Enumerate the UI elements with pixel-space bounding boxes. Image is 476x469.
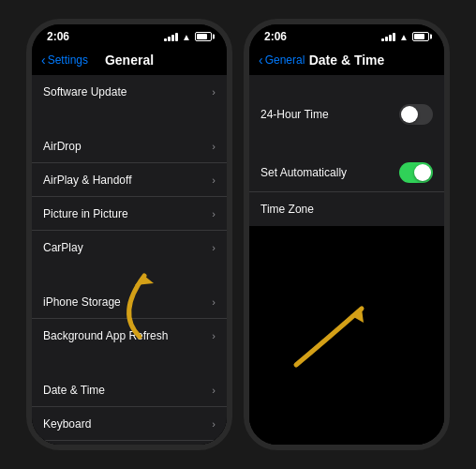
item-label: Time Zone: [260, 203, 314, 216]
chevron-right-icon: ›: [212, 330, 216, 341]
section-gap: [32, 265, 227, 285]
chevron-right-icon: ›: [212, 418, 216, 430]
section-gap: [249, 133, 444, 154]
list-item[interactable]: Software Update ›: [32, 75, 227, 109]
list-item[interactable]: AirDrop ›: [32, 129, 227, 163]
item-label: Software Update: [43, 85, 126, 98]
list-item-timezone[interactable]: Time Zone: [249, 192, 444, 226]
item-label: Date & Time: [43, 384, 105, 397]
chevron-right-icon: ›: [212, 174, 216, 186]
section-gap: [32, 109, 227, 129]
chevron-left-icon: ‹: [259, 53, 263, 67]
status-icons-1: ▲: [164, 32, 212, 42]
chevron-right-icon: ›: [212, 385, 216, 396]
item-label: AirPlay & Handoff: [43, 174, 132, 187]
list-item[interactable]: AirPlay & Handoff ›: [32, 163, 227, 197]
back-label-1: Settings: [48, 53, 88, 67]
section-2: AirDrop › AirPlay & Handoff › Picture in…: [32, 129, 227, 265]
back-label-2: General: [265, 53, 305, 67]
list-item-set-automatically[interactable]: Set Automatically: [249, 154, 444, 192]
item-label: Set Automatically: [260, 166, 347, 179]
toggle-24hour[interactable]: [399, 104, 433, 125]
section-gap: [249, 75, 444, 96]
list-item-date-time[interactable]: Date & Time ›: [32, 373, 227, 407]
chevron-right-icon: ›: [212, 208, 216, 219]
list-item-background-app-refresh[interactable]: Background App Refresh ›: [32, 319, 227, 353]
list-item[interactable]: Keyboard ›: [32, 407, 227, 441]
nav-title-2: Date & Time: [309, 53, 385, 68]
section-gap: [32, 353, 227, 373]
item-label: 24-Hour Time: [260, 108, 329, 121]
phone-2: 2:06 ▲ ‹ General Date & Time: [244, 19, 450, 450]
phone-1: 2:06 ▲ ‹ Settings General: [26, 19, 232, 450]
chevron-right-icon: ›: [212, 86, 216, 98]
back-button-1[interactable]: ‹ Settings: [41, 53, 88, 67]
settings-list-1: Software Update › AirDrop › AirPlay & Ha…: [32, 75, 227, 445]
signal-icon: [164, 32, 178, 41]
item-label: Picture in Picture: [43, 207, 128, 220]
toggle-set-automatically[interactable]: [399, 162, 433, 183]
list-item-24hour[interactable]: 24-Hour Time: [249, 96, 444, 133]
time-2: 2:06: [264, 30, 287, 43]
section-4: Date & Time › Keyboard › Fonts › Languag…: [32, 373, 227, 445]
nav-bar-2: ‹ General Date & Time: [249, 45, 444, 75]
phone1-screen: 2:06 ▲ ‹ Settings General: [32, 24, 227, 445]
list-item[interactable]: CarPlay ›: [32, 231, 227, 265]
item-label: CarPlay: [43, 241, 83, 254]
nav-title-1: General: [105, 53, 154, 68]
toggle-thumb: [401, 106, 418, 123]
chevron-right-icon: ›: [212, 296, 216, 308]
list-item[interactable]: iPhone Storage ›: [32, 285, 227, 319]
list-item-fonts[interactable]: Fonts ›: [32, 441, 227, 445]
settings-list-2: 24-Hour Time Set Automatically Time Zone: [249, 75, 444, 445]
list-item[interactable]: Picture in Picture ›: [32, 197, 227, 231]
battery-icon: [195, 32, 212, 41]
item-label: Background App Refresh: [43, 329, 168, 342]
section-3: iPhone Storage › Background App Refresh …: [32, 285, 227, 353]
battery-icon: [412, 32, 429, 41]
status-icons-2: ▲: [381, 32, 429, 42]
status-bar-1: 2:06 ▲: [32, 24, 227, 45]
chevron-right-icon: ›: [212, 242, 216, 253]
time-1: 2:06: [47, 30, 69, 43]
wifi-icon: ▲: [182, 32, 191, 42]
chevron-left-icon: ‹: [41, 53, 46, 67]
wifi-icon: ▲: [399, 32, 409, 42]
back-button-2[interactable]: ‹ General: [259, 53, 305, 67]
item-label: AirDrop: [43, 140, 82, 153]
section-1: 24-Hour Time: [249, 96, 444, 133]
item-label: Keyboard: [43, 417, 91, 431]
status-bar-2: 2:06 ▲: [249, 24, 444, 45]
item-label: iPhone Storage: [43, 295, 121, 309]
chevron-right-icon: ›: [212, 141, 216, 152]
signal-icon: [381, 32, 395, 41]
section-2: Set Automatically Time Zone: [249, 154, 444, 226]
phone2-screen: 2:06 ▲ ‹ General Date & Time: [249, 24, 444, 445]
nav-bar-1: ‹ Settings General: [32, 45, 227, 75]
section-1: Software Update ›: [32, 75, 227, 109]
toggle-thumb: [414, 164, 431, 181]
